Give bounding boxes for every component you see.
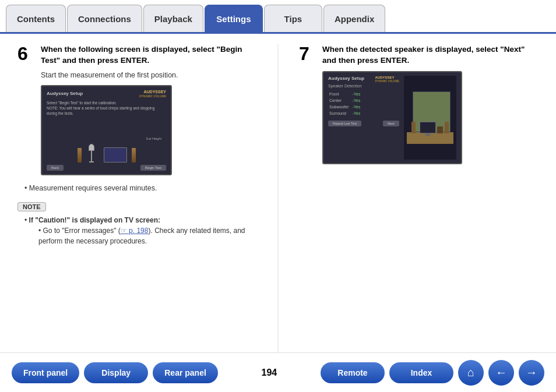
- home-button[interactable]: ⌂: [458, 360, 484, 386]
- front-value: -Yes: [352, 91, 363, 97]
- display-button[interactable]: Display: [84, 362, 148, 383]
- step7-number: 7: [299, 44, 316, 63]
- back-button[interactable]: ←: [488, 360, 514, 386]
- step6-subtitle: Start the measurement of the first posit…: [41, 71, 257, 79]
- rear-panel-button[interactable]: Rear panel: [153, 362, 218, 383]
- step7-screen-buttons: Repeat Last Test Next: [328, 121, 399, 126]
- step6-header: 6 When the following screen is displayed…: [17, 44, 257, 66]
- section-divider: [277, 44, 279, 357]
- step7-section: 7 When the detected speaker is displayed…: [299, 44, 539, 357]
- page-number: 194: [262, 368, 277, 378]
- remote-button[interactable]: Remote: [321, 362, 385, 383]
- note-badge: NOTE: [17, 202, 46, 211]
- front-panel-button[interactable]: Front panel: [12, 362, 79, 383]
- step7-left-panel: Audyssey Setup AUDYSSEYDYNAMIC VOLUME Sp…: [328, 76, 399, 160]
- step7-screen: Audyssey Setup AUDYSSEYDYNAMIC VOLUME Sp…: [322, 71, 462, 164]
- step7-title: When the detected speaker is displayed, …: [322, 44, 525, 66]
- step6-screen-text: Select "Begin Test" to start the calibra…: [47, 100, 166, 116]
- screen-back-btn: Back: [47, 165, 64, 171]
- home-icon: ⌂: [467, 366, 474, 379]
- screen-begintest-btn: Begin Test: [140, 165, 166, 171]
- step6-title: When the following screen is displayed, …: [41, 44, 242, 66]
- step6-screen-buttons: Back Begin Test: [47, 165, 166, 171]
- surround-label: Surround: [329, 111, 351, 116]
- tab-settings[interactable]: Settings: [205, 5, 263, 32]
- step7-room-scene: [404, 76, 456, 160]
- center-value: -Yes: [352, 98, 363, 103]
- repeat-last-test-btn: Repeat Last Test: [328, 121, 361, 126]
- speaker-detection-table: Front -Yes Center -Yes Subwoofer -Yes: [328, 90, 364, 117]
- step7-screen-subtitle: Speaker Detection: [328, 84, 399, 88]
- subwoofer-value: -Yes: [352, 104, 363, 110]
- arrow-right-icon: →: [526, 366, 537, 379]
- note-section: NOTE • If "Caution!" is displayed on TV …: [17, 201, 257, 246]
- step7-screen-title: Audyssey Setup: [328, 76, 364, 81]
- center-label: Center: [329, 98, 351, 103]
- forward-button[interactable]: →: [519, 360, 544, 386]
- surround-value: -Yes: [352, 111, 363, 116]
- audyssey-logo: AUDYSSEYDYNAMIC VOLUME: [139, 90, 166, 98]
- step6-screen: Audyssey Setup AUDYSSEYDYNAMIC VOLUME Se…: [41, 85, 172, 175]
- arrow-left-icon: ←: [495, 366, 507, 379]
- top-nav: Contents Connections Playback Settings T…: [0, 0, 556, 34]
- bottom-nav-left: Front panel Display Rear panel: [12, 362, 218, 383]
- step6-scene: Ear Height: [47, 119, 166, 163]
- step6-bullet: • Measurement requires several minutes.: [24, 182, 257, 193]
- step6-number: 6: [17, 44, 35, 63]
- bottom-nav-right: Remote Index ⌂ ← →: [321, 360, 544, 386]
- tab-tips[interactable]: Tips: [264, 5, 322, 32]
- tab-appendix[interactable]: Appendix: [323, 5, 385, 32]
- step6-screen-title: Audyssey Setup: [47, 91, 83, 96]
- step6-section: 6 When the following screen is displayed…: [17, 44, 257, 357]
- step7-header: 7 When the detected speaker is displayed…: [299, 44, 539, 66]
- bottom-nav: Front panel Display Rear panel 194 Remot…: [0, 352, 556, 392]
- note-content: • If "Caution!" is displayed on TV scree…: [17, 215, 257, 246]
- front-label: Front: [329, 91, 351, 97]
- tab-contents[interactable]: Contents: [6, 5, 66, 32]
- tab-playback[interactable]: Playback: [143, 5, 203, 32]
- index-button[interactable]: Index: [389, 362, 453, 383]
- next-btn: Next: [383, 121, 399, 126]
- tab-connections[interactable]: Connections: [67, 5, 142, 32]
- subwoofer-label: Subwoofer: [329, 104, 351, 110]
- ear-height-label: Ear Height: [146, 137, 161, 140]
- main-content: 6 When the following screen is displayed…: [0, 34, 556, 363]
